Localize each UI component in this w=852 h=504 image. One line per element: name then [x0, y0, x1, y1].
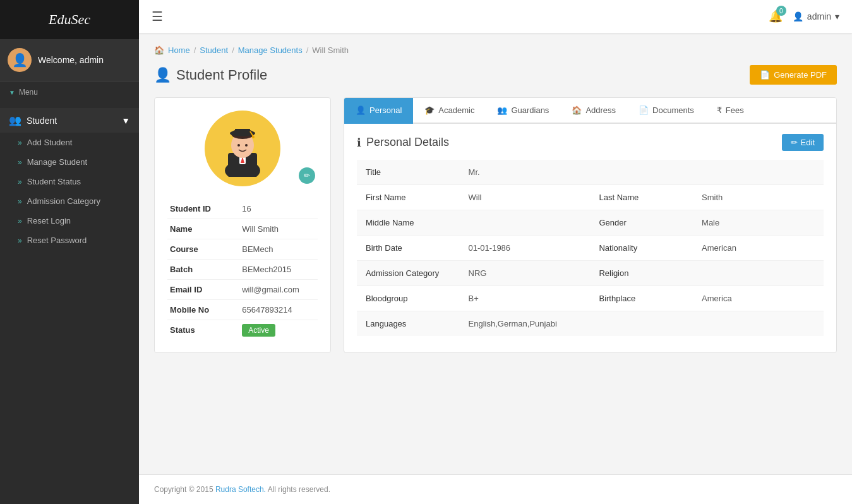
topbar: ☰ 🔔 0 👤 admin ▾: [139, 0, 852, 33]
field-label-admission-category: Admission Category: [357, 261, 460, 286]
generate-pdf-button[interactable]: 📄 Generate PDF: [750, 65, 837, 85]
sidebar: EduSec 👤 Welcome, admin ▼ Menu 👥 Student…: [0, 0, 139, 504]
svg-rect-7: [235, 129, 250, 134]
tab-personal[interactable]: 👤 Personal: [344, 98, 413, 124]
table-row: Email ID will@gmail.com: [167, 280, 318, 300]
breadcrumb: 🏠 Home / Student / Manage Students / Wil…: [154, 45, 837, 55]
table-row: Course BEMech: [167, 239, 318, 260]
field-label-bloodgroup: Bloodgroup: [357, 286, 460, 311]
student-name-label: Name: [167, 219, 239, 239]
menu-arrow-icon: ▼: [9, 89, 15, 96]
personal-details-table: Title Mr. First Name Will Last Name Smit…: [357, 160, 824, 336]
details-panel: 👤 Personal 🎓 Academic 👥 Guardians 🏠 Addr…: [344, 97, 837, 353]
chevron-down-icon: ▾: [835, 11, 839, 21]
student-section-icon: 👥: [9, 114, 21, 126]
tab-address[interactable]: 🏠 Address: [560, 98, 627, 124]
menu-label-text: Menu: [19, 88, 38, 97]
bullet-icon: »: [18, 138, 22, 147]
bullet-icon: »: [18, 217, 22, 225]
svg-point-11: [245, 144, 248, 147]
app-name: EduSec: [49, 11, 90, 27]
table-row: Student ID 16: [167, 199, 318, 219]
tab-fees-label: Fees: [726, 105, 744, 115]
student-avatar-svg: [214, 120, 271, 177]
sidebar-student-header[interactable]: 👥 Student ▼: [0, 108, 139, 133]
field-value-gender: Male: [693, 210, 824, 236]
table-row: Middle Name Gender Male: [357, 210, 824, 236]
fees-icon: ₹: [717, 105, 722, 115]
personal-details-title: ℹ Personal Details: [357, 136, 449, 150]
sidebar-student-section: 👥 Student ▼ » Add Student » Manage Stude…: [0, 103, 139, 255]
edit-button[interactable]: ✏ Edit: [782, 134, 824, 151]
field-value-title: Mr.: [460, 160, 591, 185]
bullet-icon: »: [18, 177, 22, 186]
edit-icon: ✏: [791, 138, 798, 147]
sidebar-item-label: Add Student: [27, 138, 73, 147]
admin-label: admin: [807, 11, 831, 21]
field-label-gender: Gender: [590, 210, 693, 236]
field-value-bloodgroup: B+: [460, 286, 591, 311]
content-area: 🏠 Home / Student / Manage Students / Wil…: [139, 33, 852, 474]
breadcrumb-manage[interactable]: Manage Students: [238, 45, 303, 55]
tab-documents[interactable]: 📄 Documents: [627, 98, 705, 124]
tab-documents-label: Documents: [652, 105, 694, 115]
notification-badge: 0: [776, 6, 786, 16]
edit-avatar-button[interactable]: ✏: [299, 167, 315, 184]
info-icon: ℹ: [357, 136, 361, 150]
sidebar-item-reset-password[interactable]: » Reset Password: [0, 231, 139, 250]
field-value-admission-category: NRG: [460, 261, 591, 286]
tab-fees[interactable]: ₹ Fees: [705, 98, 755, 124]
student-course-label: Course: [167, 239, 239, 260]
admin-menu-button[interactable]: 👤 admin ▾: [793, 11, 839, 21]
sidebar-item-manage-student[interactable]: » Manage Student: [0, 152, 139, 172]
svg-point-9: [252, 136, 255, 138]
table-row: First Name Will Last Name Smith: [357, 185, 824, 210]
footer-company-link[interactable]: Rudra Softech.: [215, 485, 266, 494]
tab-personal-label: Personal: [369, 105, 402, 115]
breadcrumb-student[interactable]: Student: [200, 45, 228, 55]
field-label-lastname: Last Name: [590, 185, 693, 210]
sidebar-item-label: Student Status: [27, 177, 81, 186]
student-info-table: Student ID 16 Name Will Smith Course BEM…: [167, 199, 318, 340]
tab-address-label: Address: [585, 105, 616, 115]
personal-details-header: ℹ Personal Details ✏ Edit: [357, 134, 824, 151]
field-label-title: Title: [357, 160, 460, 185]
sidebar-menu-label: ▼ Menu: [0, 81, 139, 103]
field-label-birthdate: Birth Date: [357, 236, 460, 261]
page-title-text: Student Profile: [176, 67, 267, 83]
field-label-birthplace: Birthplace: [590, 286, 693, 311]
student-batch-label: Batch: [167, 260, 239, 280]
field-label-firstname: First Name: [357, 185, 460, 210]
address-icon: 🏠: [572, 105, 582, 115]
tabs-bar: 👤 Personal 🎓 Academic 👥 Guardians 🏠 Addr…: [344, 98, 836, 124]
sidebar-item-add-student[interactable]: » Add Student: [0, 133, 139, 152]
personal-icon: 👤: [356, 105, 366, 115]
student-status-label: Status: [167, 320, 239, 340]
table-row: Title Mr.: [357, 160, 824, 185]
sidebar-item-admission-category[interactable]: » Admission Category: [0, 191, 139, 211]
footer-copyright: Copyright © 2015: [154, 485, 213, 494]
sidebar-user: 👤 Welcome, admin: [0, 39, 139, 81]
profile-section: ✏ Student ID 16 Name Will Smith Course B…: [154, 97, 837, 353]
field-value-middlename: [460, 210, 591, 236]
tab-guardians-label: Guardians: [511, 105, 549, 115]
field-value-firstname: Will: [460, 185, 591, 210]
main-area: ☰ 🔔 0 👤 admin ▾ 🏠 Home / Student / Manag…: [139, 0, 852, 504]
tab-guardians[interactable]: 👥 Guardians: [486, 98, 560, 124]
sidebar-item-reset-login[interactable]: » Reset Login: [0, 211, 139, 231]
tab-academic[interactable]: 🎓 Academic: [413, 98, 486, 124]
pdf-icon: 📄: [760, 70, 770, 80]
student-mobile-value: 65647893214: [239, 300, 318, 320]
student-email-value: will@gmail.com: [239, 280, 318, 300]
hamburger-button[interactable]: ☰: [152, 9, 163, 24]
notification-bell-button[interactable]: 🔔 0: [769, 9, 783, 23]
breadcrumb-home[interactable]: Home: [168, 45, 190, 55]
table-row: Birth Date 01-01-1986 Nationality Americ…: [357, 236, 824, 261]
field-value-birthplace: America: [693, 286, 824, 311]
sidebar-item-student-status[interactable]: » Student Status: [0, 172, 139, 191]
table-row: Name Will Smith: [167, 219, 318, 239]
student-card: ✏ Student ID 16 Name Will Smith Course B…: [154, 97, 331, 353]
student-id-label: Student ID: [167, 199, 239, 219]
bullet-icon: »: [18, 197, 22, 206]
personal-details-content: ℹ Personal Details ✏ Edit Title: [344, 124, 836, 346]
